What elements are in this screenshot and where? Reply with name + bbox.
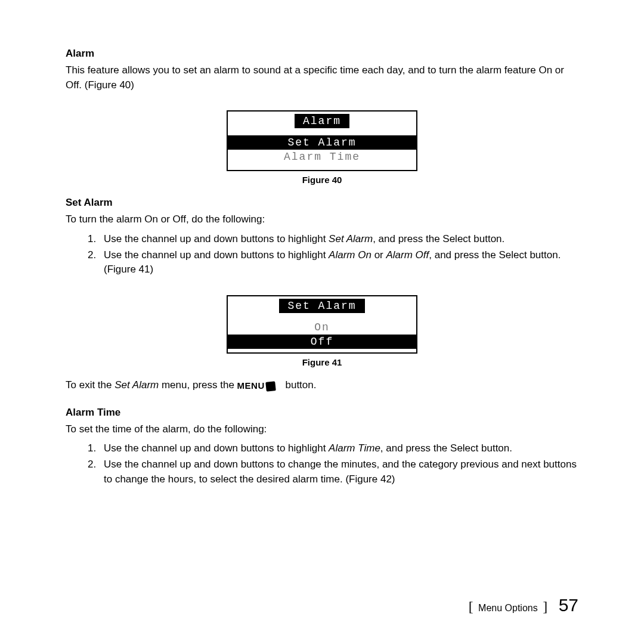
step-em: Set Alarm	[329, 233, 373, 244]
lcd-spacer	[228, 314, 416, 320]
step-text: Use the channel up and down buttons to h…	[104, 249, 329, 261]
list-item: Use the channel up and down buttons to h…	[99, 248, 578, 277]
heading-alarm: Alarm	[66, 48, 578, 60]
lcd-screen-alarm: Alarm Set Alarm Alarm Time	[227, 110, 417, 171]
step-text: Use the channel up and down buttons to h…	[104, 442, 329, 454]
lcd-title: Alarm	[295, 114, 349, 128]
bracket-close: ]	[543, 599, 547, 614]
step-text: , and press the Select button.	[373, 233, 504, 244]
caption-figure-41: Figure 41	[66, 357, 578, 367]
lcd-title-row: Set Alarm	[228, 296, 416, 314]
list-item: Use the channel up and down buttons to h…	[99, 232, 578, 247]
menu-button-icon: MENU	[237, 380, 283, 391]
lcd-row-off: Off	[228, 335, 416, 349]
lcd-row-alarm-time: Alarm Time	[228, 150, 416, 164]
list-item: Use the channel up and down buttons to c…	[99, 457, 578, 487]
exit-post: button.	[283, 379, 317, 391]
exit-pre: To exit the	[66, 379, 114, 391]
lcd-title: Set Alarm	[279, 299, 364, 313]
step-text: or	[371, 249, 386, 261]
lcd-spacer	[228, 129, 416, 135]
page-footer: [ Menu Options ] 57	[469, 595, 578, 615]
step-em: Alarm Off	[386, 249, 429, 261]
figure-41: Set Alarm On Off Figure 41	[66, 295, 578, 367]
step-text: , and press the Select button.	[380, 442, 512, 454]
figure-40: Alarm Set Alarm Alarm Time Figure 40	[66, 110, 578, 185]
exit-em: Set Alarm	[114, 379, 159, 391]
text-alarm-time-intro: To set the time of the alarm, do the fol…	[66, 422, 578, 437]
lcd-title-row: Alarm	[228, 112, 416, 129]
list-item: Use the channel up and down buttons to h…	[99, 441, 578, 456]
step-em: Alarm On	[329, 249, 371, 261]
lcd-screen-set-alarm: Set Alarm On Off	[227, 295, 417, 354]
lcd-spacer	[228, 164, 416, 170]
heading-set-alarm: Set Alarm	[66, 197, 578, 209]
list-alarm-time-steps: Use the channel up and down buttons to h…	[99, 441, 578, 487]
lcd-spacer	[228, 349, 416, 352]
text-set-alarm-intro: To turn the alarm On or Off, do the foll…	[66, 212, 578, 227]
exit-mid: menu, press the	[159, 379, 237, 391]
footer-label: Menu Options	[478, 603, 538, 613]
bracket-open: [	[469, 599, 473, 614]
text-alarm-intro: This feature allows you to set an alarm …	[66, 63, 578, 92]
step-text: Use the channel up and down buttons to c…	[104, 459, 577, 485]
lcd-row-on: On	[228, 320, 416, 335]
page-number: 57	[559, 595, 578, 615]
heading-alarm-time: Alarm Time	[66, 407, 578, 419]
list-set-alarm-steps: Use the channel up and down buttons to h…	[99, 232, 578, 277]
caption-figure-40: Figure 40	[66, 175, 578, 185]
step-text: Use the channel up and down buttons to h…	[104, 233, 329, 244]
step-em: Alarm Time	[329, 442, 380, 454]
text-exit-set-alarm: To exit the Set Alarm menu, press the ME…	[66, 379, 578, 391]
lcd-row-set-alarm: Set Alarm	[228, 135, 416, 150]
